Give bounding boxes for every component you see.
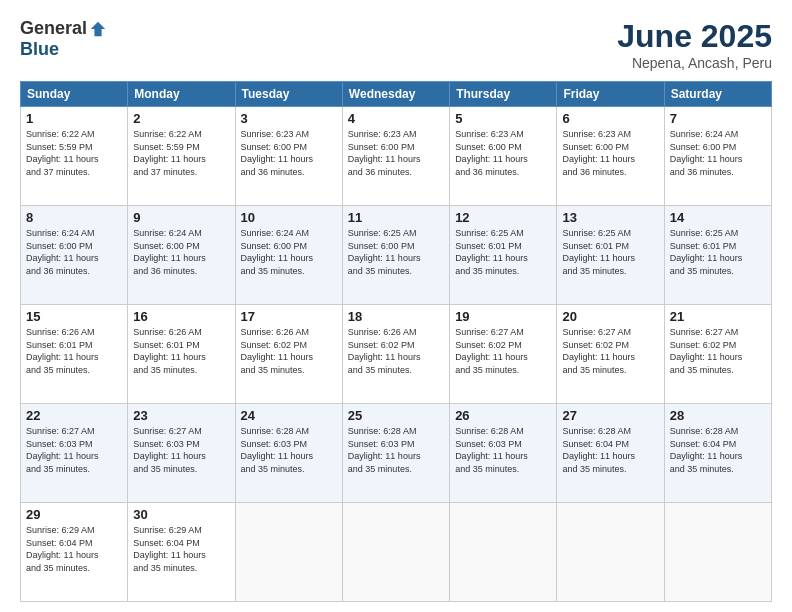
day-number: 5	[455, 111, 551, 126]
logo: General Blue	[20, 18, 107, 60]
day-number: 25	[348, 408, 444, 423]
day-info: Sunrise: 6:23 AM Sunset: 6:00 PM Dayligh…	[562, 128, 658, 178]
day-number: 20	[562, 309, 658, 324]
day-cell: 10Sunrise: 6:24 AM Sunset: 6:00 PM Dayli…	[235, 206, 342, 305]
day-cell: 22Sunrise: 6:27 AM Sunset: 6:03 PM Dayli…	[21, 404, 128, 503]
day-number: 1	[26, 111, 122, 126]
day-number: 11	[348, 210, 444, 225]
day-cell	[664, 503, 771, 602]
day-cell: 21Sunrise: 6:27 AM Sunset: 6:02 PM Dayli…	[664, 305, 771, 404]
day-number: 27	[562, 408, 658, 423]
header-monday: Monday	[128, 82, 235, 107]
calendar-table: Sunday Monday Tuesday Wednesday Thursday…	[20, 81, 772, 602]
day-cell: 2Sunrise: 6:22 AM Sunset: 5:59 PM Daylig…	[128, 107, 235, 206]
calendar-title: June 2025	[617, 18, 772, 55]
week-row-1: 8Sunrise: 6:24 AM Sunset: 6:00 PM Daylig…	[21, 206, 772, 305]
day-cell: 19Sunrise: 6:27 AM Sunset: 6:02 PM Dayli…	[450, 305, 557, 404]
day-cell: 30Sunrise: 6:29 AM Sunset: 6:04 PM Dayli…	[128, 503, 235, 602]
day-number: 17	[241, 309, 337, 324]
day-number: 6	[562, 111, 658, 126]
day-cell	[235, 503, 342, 602]
day-cell: 13Sunrise: 6:25 AM Sunset: 6:01 PM Dayli…	[557, 206, 664, 305]
day-cell: 26Sunrise: 6:28 AM Sunset: 6:03 PM Dayli…	[450, 404, 557, 503]
day-info: Sunrise: 6:28 AM Sunset: 6:03 PM Dayligh…	[455, 425, 551, 475]
day-info: Sunrise: 6:27 AM Sunset: 6:02 PM Dayligh…	[670, 326, 766, 376]
logo-icon	[89, 20, 107, 38]
day-info: Sunrise: 6:25 AM Sunset: 6:00 PM Dayligh…	[348, 227, 444, 277]
day-number: 8	[26, 210, 122, 225]
day-info: Sunrise: 6:22 AM Sunset: 5:59 PM Dayligh…	[133, 128, 229, 178]
day-cell	[557, 503, 664, 602]
header: General Blue June 2025 Nepena, Ancash, P…	[20, 18, 772, 71]
day-info: Sunrise: 6:24 AM Sunset: 6:00 PM Dayligh…	[133, 227, 229, 277]
day-info: Sunrise: 6:26 AM Sunset: 6:01 PM Dayligh…	[133, 326, 229, 376]
day-number: 7	[670, 111, 766, 126]
day-number: 21	[670, 309, 766, 324]
day-number: 3	[241, 111, 337, 126]
day-info: Sunrise: 6:26 AM Sunset: 6:02 PM Dayligh…	[241, 326, 337, 376]
day-cell: 3Sunrise: 6:23 AM Sunset: 6:00 PM Daylig…	[235, 107, 342, 206]
day-cell: 5Sunrise: 6:23 AM Sunset: 6:00 PM Daylig…	[450, 107, 557, 206]
logo-blue-text: Blue	[20, 39, 59, 60]
day-cell: 28Sunrise: 6:28 AM Sunset: 6:04 PM Dayli…	[664, 404, 771, 503]
day-cell: 29Sunrise: 6:29 AM Sunset: 6:04 PM Dayli…	[21, 503, 128, 602]
day-info: Sunrise: 6:28 AM Sunset: 6:03 PM Dayligh…	[348, 425, 444, 475]
day-info: Sunrise: 6:25 AM Sunset: 6:01 PM Dayligh…	[455, 227, 551, 277]
day-cell: 23Sunrise: 6:27 AM Sunset: 6:03 PM Dayli…	[128, 404, 235, 503]
day-cell: 8Sunrise: 6:24 AM Sunset: 6:00 PM Daylig…	[21, 206, 128, 305]
day-info: Sunrise: 6:23 AM Sunset: 6:00 PM Dayligh…	[348, 128, 444, 178]
logo-general-text: General	[20, 18, 87, 39]
calendar-subtitle: Nepena, Ancash, Peru	[617, 55, 772, 71]
header-row: Sunday Monday Tuesday Wednesday Thursday…	[21, 82, 772, 107]
day-cell: 25Sunrise: 6:28 AM Sunset: 6:03 PM Dayli…	[342, 404, 449, 503]
day-info: Sunrise: 6:24 AM Sunset: 6:00 PM Dayligh…	[241, 227, 337, 277]
day-number: 9	[133, 210, 229, 225]
day-number: 4	[348, 111, 444, 126]
svg-marker-0	[91, 21, 105, 35]
day-info: Sunrise: 6:26 AM Sunset: 6:01 PM Dayligh…	[26, 326, 122, 376]
day-cell: 16Sunrise: 6:26 AM Sunset: 6:01 PM Dayli…	[128, 305, 235, 404]
day-cell	[342, 503, 449, 602]
header-saturday: Saturday	[664, 82, 771, 107]
day-cell: 6Sunrise: 6:23 AM Sunset: 6:00 PM Daylig…	[557, 107, 664, 206]
day-info: Sunrise: 6:28 AM Sunset: 6:04 PM Dayligh…	[562, 425, 658, 475]
header-friday: Friday	[557, 82, 664, 107]
day-info: Sunrise: 6:29 AM Sunset: 6:04 PM Dayligh…	[133, 524, 229, 574]
day-info: Sunrise: 6:26 AM Sunset: 6:02 PM Dayligh…	[348, 326, 444, 376]
day-info: Sunrise: 6:28 AM Sunset: 6:04 PM Dayligh…	[670, 425, 766, 475]
day-number: 10	[241, 210, 337, 225]
day-cell: 11Sunrise: 6:25 AM Sunset: 6:00 PM Dayli…	[342, 206, 449, 305]
week-row-3: 22Sunrise: 6:27 AM Sunset: 6:03 PM Dayli…	[21, 404, 772, 503]
day-info: Sunrise: 6:23 AM Sunset: 6:00 PM Dayligh…	[241, 128, 337, 178]
day-number: 26	[455, 408, 551, 423]
day-number: 2	[133, 111, 229, 126]
header-sunday: Sunday	[21, 82, 128, 107]
day-cell: 17Sunrise: 6:26 AM Sunset: 6:02 PM Dayli…	[235, 305, 342, 404]
day-info: Sunrise: 6:22 AM Sunset: 5:59 PM Dayligh…	[26, 128, 122, 178]
day-number: 15	[26, 309, 122, 324]
day-info: Sunrise: 6:27 AM Sunset: 6:02 PM Dayligh…	[562, 326, 658, 376]
day-info: Sunrise: 6:27 AM Sunset: 6:02 PM Dayligh…	[455, 326, 551, 376]
day-cell: 27Sunrise: 6:28 AM Sunset: 6:04 PM Dayli…	[557, 404, 664, 503]
day-info: Sunrise: 6:24 AM Sunset: 6:00 PM Dayligh…	[670, 128, 766, 178]
day-info: Sunrise: 6:25 AM Sunset: 6:01 PM Dayligh…	[670, 227, 766, 277]
day-info: Sunrise: 6:28 AM Sunset: 6:03 PM Dayligh…	[241, 425, 337, 475]
day-cell: 15Sunrise: 6:26 AM Sunset: 6:01 PM Dayli…	[21, 305, 128, 404]
day-number: 16	[133, 309, 229, 324]
header-thursday: Thursday	[450, 82, 557, 107]
title-block: June 2025 Nepena, Ancash, Peru	[617, 18, 772, 71]
week-row-0: 1Sunrise: 6:22 AM Sunset: 5:59 PM Daylig…	[21, 107, 772, 206]
day-info: Sunrise: 6:25 AM Sunset: 6:01 PM Dayligh…	[562, 227, 658, 277]
header-tuesday: Tuesday	[235, 82, 342, 107]
day-cell: 14Sunrise: 6:25 AM Sunset: 6:01 PM Dayli…	[664, 206, 771, 305]
day-cell: 12Sunrise: 6:25 AM Sunset: 6:01 PM Dayli…	[450, 206, 557, 305]
day-info: Sunrise: 6:29 AM Sunset: 6:04 PM Dayligh…	[26, 524, 122, 574]
day-info: Sunrise: 6:24 AM Sunset: 6:00 PM Dayligh…	[26, 227, 122, 277]
day-info: Sunrise: 6:23 AM Sunset: 6:00 PM Dayligh…	[455, 128, 551, 178]
page: General Blue June 2025 Nepena, Ancash, P…	[0, 0, 792, 612]
day-number: 14	[670, 210, 766, 225]
day-cell: 18Sunrise: 6:26 AM Sunset: 6:02 PM Dayli…	[342, 305, 449, 404]
day-number: 28	[670, 408, 766, 423]
day-number: 18	[348, 309, 444, 324]
day-number: 12	[455, 210, 551, 225]
